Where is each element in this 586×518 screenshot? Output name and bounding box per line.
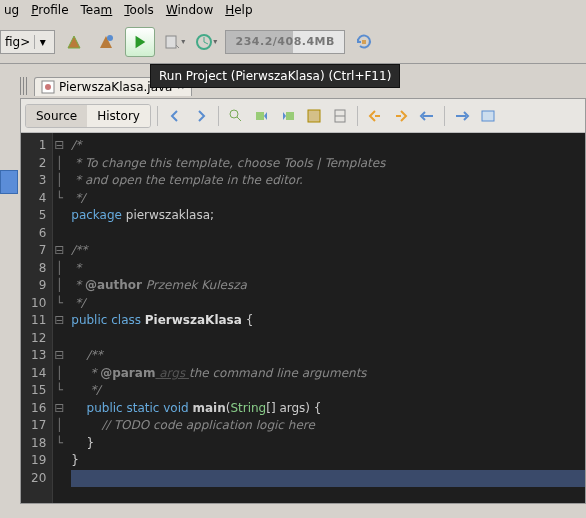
divider <box>444 106 445 126</box>
comment-button[interactable] <box>477 105 499 127</box>
config-combo-text: fig> <box>5 35 30 49</box>
memory-text: 234.2/408.4MB <box>236 35 335 48</box>
code-editor[interactable]: 1234567891011121314151617181920 ⊟││└⊟││└… <box>21 133 585 503</box>
svg-rect-11 <box>482 111 494 121</box>
find-prev-button[interactable] <box>251 105 273 127</box>
highlight-button[interactable] <box>303 105 325 127</box>
shift-right-button[interactable] <box>451 105 473 127</box>
build-button[interactable] <box>61 29 87 55</box>
profile-button[interactable]: ▾ <box>193 29 219 55</box>
svg-rect-8 <box>286 112 294 120</box>
menubar: ug Profile Team Tools Window Help <box>0 0 586 20</box>
toggle-bookmark-button[interactable] <box>329 105 351 127</box>
menu-tools[interactable]: Tools <box>120 1 158 19</box>
main-toolbar: fig> ▾ ▾ ▾ 234.2/408.4MB <box>0 20 586 64</box>
memory-meter[interactable]: 234.2/408.4MB <box>225 30 345 54</box>
divider <box>157 106 158 126</box>
config-combo[interactable]: fig> ▾ <box>0 30 55 54</box>
chevron-down-icon: ▾ <box>34 35 50 49</box>
svg-rect-7 <box>256 112 264 120</box>
line-gutter: 1234567891011121314151617181920 <box>21 133 53 503</box>
svg-point-6 <box>230 110 238 118</box>
svg-point-0 <box>107 35 113 41</box>
menu-window[interactable]: Window <box>162 1 217 19</box>
find-selection-button[interactable] <box>225 105 247 127</box>
forward-button[interactable] <box>190 105 212 127</box>
side-marker <box>0 170 18 194</box>
editor-container: Source History 1234567891011121314151617… <box>20 98 586 504</box>
menu-team[interactable]: Team <box>77 1 117 19</box>
debug-button[interactable]: ▾ <box>161 29 187 55</box>
tab-drag-handle[interactable] <box>20 77 28 95</box>
next-bookmark-button[interactable] <box>390 105 412 127</box>
menu-help[interactable]: Help <box>221 1 256 19</box>
divider <box>218 106 219 126</box>
menu-debug[interactable]: ug <box>0 1 23 19</box>
back-button[interactable] <box>164 105 186 127</box>
svg-rect-1 <box>166 36 176 48</box>
svg-rect-9 <box>308 110 320 122</box>
find-next-button[interactable] <box>277 105 299 127</box>
clean-build-button[interactable] <box>93 29 119 55</box>
svg-rect-3 <box>362 40 366 44</box>
editor-toolbar: Source History <box>21 99 585 133</box>
run-button[interactable] <box>125 27 155 57</box>
svg-point-5 <box>45 84 51 90</box>
divider <box>357 106 358 126</box>
shift-left-button[interactable] <box>416 105 438 127</box>
view-segment: Source History <box>25 104 151 128</box>
run-tooltip: Run Project (PierwszaKlasa) (Ctrl+F11) <box>150 64 400 88</box>
code-content: /* * To change this template, choose Too… <box>65 133 585 503</box>
java-file-icon <box>41 80 55 94</box>
history-tab[interactable]: History <box>87 105 150 127</box>
fold-gutter: ⊟││└⊟││└⊟⊟│└⊟│└ <box>53 133 65 503</box>
prev-bookmark-button[interactable] <box>364 105 386 127</box>
gc-button[interactable] <box>351 29 377 55</box>
source-tab[interactable]: Source <box>26 105 87 127</box>
menu-profile[interactable]: Profile <box>27 1 72 19</box>
